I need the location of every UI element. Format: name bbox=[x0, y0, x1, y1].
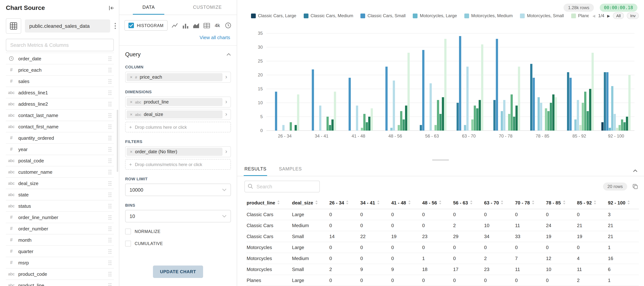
time-chart-icon[interactable] bbox=[224, 22, 232, 29]
histogram-bar[interactable] bbox=[348, 78, 351, 131]
histogram-bar[interactable] bbox=[393, 80, 395, 131]
legend-inv-button[interactable]: Inv bbox=[627, 12, 639, 19]
histogram-bar[interactable] bbox=[282, 125, 284, 131]
column-list-item[interactable]: #quarter bbox=[6, 246, 114, 257]
column-list-item[interactable]: #msrp bbox=[6, 257, 114, 269]
histogram-bar[interactable] bbox=[624, 122, 626, 131]
tab-customize[interactable]: CUSTOMIZE bbox=[178, 0, 237, 15]
drag-handle-icon[interactable] bbox=[108, 169, 112, 175]
histogram-bar[interactable] bbox=[459, 36, 461, 131]
histogram-bar[interactable] bbox=[319, 105, 321, 131]
histogram-bar[interactable] bbox=[422, 50, 424, 131]
table-row[interactable]: MotorcyclesSmall2991817231110116 bbox=[246, 264, 639, 275]
drag-handle-icon[interactable] bbox=[108, 203, 112, 209]
histogram-bar[interactable] bbox=[368, 117, 370, 131]
column-list-item[interactable]: abcaddress_line2 bbox=[6, 98, 114, 110]
histogram-bar[interactable] bbox=[478, 100, 481, 131]
dimension-control[interactable]: × abc deal_size › bbox=[125, 109, 231, 120]
column-list-item[interactable]: abcaddress_line1 bbox=[6, 87, 114, 98]
histogram-bar[interactable] bbox=[616, 128, 618, 131]
histogram-bar[interactable] bbox=[471, 119, 474, 131]
drag-handle-icon[interactable] bbox=[108, 260, 112, 265]
histogram-bar[interactable] bbox=[618, 125, 621, 131]
drag-handle-icon[interactable] bbox=[108, 56, 112, 61]
histogram-bar[interactable] bbox=[606, 72, 608, 131]
histogram-bar[interactable] bbox=[513, 117, 515, 131]
table-row[interactable]: Classic CarsMedium000021011242121 bbox=[246, 220, 639, 231]
chevron-up-icon[interactable] bbox=[226, 53, 231, 56]
histogram-bar[interactable] bbox=[626, 117, 628, 131]
column-list-item[interactable]: #order_line_number bbox=[6, 212, 114, 223]
column-list-item[interactable]: abcproduct_line bbox=[6, 280, 114, 286]
histogram-bar[interactable] bbox=[577, 100, 579, 131]
drag-handle-icon[interactable] bbox=[108, 135, 112, 141]
drag-handle-icon[interactable] bbox=[108, 181, 112, 186]
remove-icon[interactable]: × bbox=[130, 75, 132, 79]
histogram-bar[interactable] bbox=[440, 114, 442, 131]
histogram-bar[interactable] bbox=[334, 92, 336, 131]
results-search-input[interactable] bbox=[244, 181, 320, 192]
histogram-bar[interactable] bbox=[548, 111, 550, 131]
histogram-bar[interactable] bbox=[601, 122, 604, 131]
area-chart-icon[interactable] bbox=[192, 22, 200, 29]
line-chart-icon[interactable] bbox=[171, 22, 178, 29]
column-list-item[interactable]: abcpostal_code bbox=[6, 155, 114, 166]
drag-handle-icon[interactable] bbox=[108, 158, 112, 163]
histogram-bar[interactable] bbox=[628, 75, 630, 131]
legend-item[interactable]: Classic Cars, Small bbox=[360, 13, 406, 18]
column-header[interactable]: 70 - 78 bbox=[515, 197, 546, 209]
histogram-bar[interactable] bbox=[312, 69, 314, 131]
column-pill[interactable]: × # price_each bbox=[126, 73, 222, 81]
remove-icon[interactable]: × bbox=[130, 112, 132, 117]
drag-handle-icon[interactable] bbox=[108, 249, 112, 254]
column-list-item[interactable]: abcstatus bbox=[6, 200, 114, 212]
histogram-bar[interactable] bbox=[400, 111, 402, 131]
column-list-item[interactable]: abccontact_first_name bbox=[6, 121, 114, 132]
histogram-bar[interactable] bbox=[567, 72, 569, 131]
big-number-chart-icon[interactable]: 4k bbox=[214, 22, 221, 29]
histogram-bar[interactable] bbox=[466, 66, 468, 131]
view-all-charts-link[interactable]: View all charts bbox=[200, 35, 230, 40]
histogram-bar[interactable] bbox=[584, 92, 586, 131]
filters-drop-zone[interactable]: + Drop columns/metrics here or click bbox=[125, 159, 231, 170]
legend-all-button[interactable]: All bbox=[613, 12, 624, 19]
cumulative-checkbox[interactable] bbox=[125, 241, 131, 247]
legend-item[interactable]: Classic Cars, Large bbox=[251, 13, 296, 18]
column-header[interactable]: 48 - 56 bbox=[422, 197, 453, 209]
bins-select[interactable]: 10 bbox=[125, 210, 231, 222]
column-header[interactable]: deal_size bbox=[292, 197, 329, 209]
column-header[interactable]: 26 - 34 bbox=[329, 197, 360, 209]
histogram-bar[interactable] bbox=[582, 103, 584, 131]
legend-item[interactable]: Planes, Large bbox=[571, 13, 589, 18]
dimension-pill[interactable]: × abc product_line bbox=[126, 98, 222, 106]
histogram-bar[interactable] bbox=[386, 66, 388, 131]
histogram-bar[interactable] bbox=[408, 53, 410, 131]
drag-handle-icon[interactable] bbox=[108, 146, 112, 152]
histogram-bar[interactable] bbox=[604, 72, 606, 131]
filter-pill[interactable]: × order_date (No filter) bbox=[126, 148, 222, 156]
dataset-name[interactable]: public.cleaned_sales_data bbox=[25, 19, 110, 32]
collapse-panel-icon[interactable] bbox=[109, 5, 114, 10]
histogram-bar[interactable] bbox=[361, 128, 363, 131]
column-header[interactable]: 92 - 100 bbox=[608, 197, 639, 209]
metrics-columns-search-input[interactable] bbox=[6, 39, 114, 51]
histogram-bar[interactable] bbox=[476, 108, 478, 131]
histogram-bar[interactable] bbox=[297, 94, 299, 131]
histogram-bar[interactable] bbox=[481, 44, 483, 131]
histogram-bar[interactable] bbox=[511, 94, 513, 131]
histogram-bar[interactable] bbox=[444, 39, 446, 131]
dimension-pill[interactable]: × abc deal_size bbox=[126, 110, 222, 118]
legend-item[interactable]: Motorcycles, Small bbox=[520, 13, 564, 18]
histogram-bar[interactable] bbox=[570, 78, 572, 131]
histogram-bar[interactable] bbox=[611, 86, 614, 131]
update-chart-button[interactable]: UPDATE CHART bbox=[153, 266, 203, 278]
histogram-bar[interactable] bbox=[356, 105, 358, 131]
histogram-bar[interactable] bbox=[366, 122, 368, 131]
table-row[interactable]: PlanesLarge0000000021 bbox=[246, 275, 639, 286]
drag-handle-icon[interactable] bbox=[108, 67, 112, 73]
column-list-item[interactable]: abcproduct_code bbox=[6, 269, 114, 280]
histogram-bar[interactable] bbox=[329, 125, 331, 131]
histogram-bar[interactable] bbox=[540, 103, 542, 131]
tab-data[interactable]: DATA bbox=[119, 0, 178, 15]
copy-icon[interactable] bbox=[632, 184, 638, 189]
